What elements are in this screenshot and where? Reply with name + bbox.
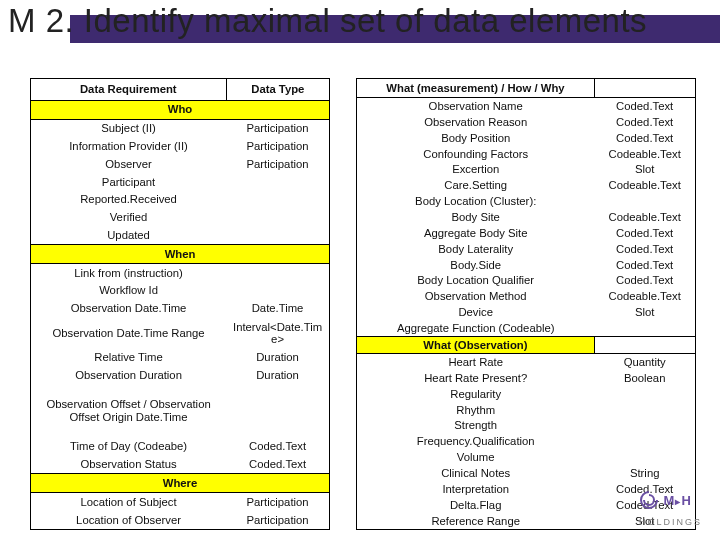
cell: Interval<Date.Tim e> — [226, 317, 329, 348]
cell: Location of Observer — [31, 511, 227, 530]
cell: Body Laterality — [357, 241, 595, 257]
cell: Location of Subject — [31, 493, 227, 511]
cell: Observation Reason — [357, 114, 595, 130]
section-where: Where — [31, 474, 330, 493]
cell: Volume — [357, 449, 595, 465]
cell — [594, 386, 695, 402]
title-bar: M 2. Identify maximal set of data elemen… — [0, 0, 720, 54]
cell: Care.Setting — [357, 178, 595, 194]
cell — [226, 191, 329, 209]
logo-swirl-icon — [639, 490, 659, 513]
cell: Relative Time — [31, 349, 227, 367]
slide-title: M 2. Identify maximal set of data elemen… — [8, 2, 647, 40]
cell: Codeable.Text — [594, 289, 695, 305]
cell — [594, 402, 695, 418]
cell: Clinical Notes — [357, 465, 595, 481]
cell: Observation Duration — [31, 367, 227, 385]
logo-letter-m: M — [664, 493, 676, 508]
cell: Date.Time — [226, 300, 329, 318]
cell: Observation Date.Time Range — [31, 317, 227, 348]
cell: Codeable.Text — [594, 146, 695, 162]
cell: Aggregate Body Site — [357, 225, 595, 241]
left-table: Data Requirement Data Type Who Subject (… — [30, 78, 330, 530]
cell: Observation Status — [31, 455, 227, 473]
cell: Strength — [357, 418, 595, 434]
cell: Codeable.Text — [594, 209, 695, 225]
cell — [594, 320, 695, 336]
cell: Duration — [226, 367, 329, 385]
cell: Interpretation — [357, 481, 595, 497]
cell: Workflow Id — [31, 282, 227, 300]
cell: Heart Rate — [357, 354, 595, 370]
cell: Body Location (Cluster): — [357, 193, 595, 209]
cell — [226, 282, 329, 300]
right-table: What (measurement) / How / Why Observati… — [356, 78, 696, 530]
cell — [594, 337, 695, 354]
section-who: Who — [31, 100, 330, 119]
cell: Link from (instruction) — [31, 263, 227, 281]
cell — [226, 384, 329, 437]
cell: Coded.Text — [594, 241, 695, 257]
cell: Coded.Text — [594, 130, 695, 146]
cell — [226, 226, 329, 244]
cell: Coded.Text — [594, 273, 695, 289]
cell: Rhythm — [357, 402, 595, 418]
cell: Subject (II) — [31, 119, 227, 137]
cell: Body Site — [357, 209, 595, 225]
cell: Reference Range — [357, 513, 595, 530]
cell: Participation — [226, 119, 329, 137]
cell — [226, 173, 329, 191]
cell: Observation Method — [357, 289, 595, 305]
cell: Coded.Text — [594, 225, 695, 241]
cell: Device — [357, 304, 595, 320]
cell — [594, 193, 695, 209]
left-table-header-row: Data Requirement Data Type — [31, 79, 330, 101]
cell: Aggregate Function (Codeable) — [357, 320, 595, 336]
cell: Participant — [31, 173, 227, 191]
cell: Participation — [226, 511, 329, 530]
brand-logo: M▸H HOLDINGS — [639, 490, 702, 528]
logo-subtext: HOLDINGS — [639, 517, 702, 527]
col-header: Data Type — [226, 79, 329, 101]
cell: Duration — [226, 349, 329, 367]
col-header: Data Requirement — [31, 79, 227, 101]
cell: Codeable.Text — [594, 178, 695, 194]
cell: Slot — [594, 162, 695, 178]
cell: Confounding Factors — [357, 146, 595, 162]
cell — [594, 434, 695, 450]
cell: Delta.Flag — [357, 497, 595, 513]
cell: Regularity — [357, 386, 595, 402]
cell: Coded.Text — [226, 437, 329, 455]
cell — [594, 449, 695, 465]
cell: Reported.Received — [31, 191, 227, 209]
cell: Time of Day (Codeabe) — [31, 437, 227, 455]
cell: Coded.Text — [226, 455, 329, 473]
cell: Observer — [31, 155, 227, 173]
cell: Verified — [31, 208, 227, 226]
cell: Coded.Text — [594, 98, 695, 114]
cell: Body Position — [357, 130, 595, 146]
cell: Coded.Text — [594, 257, 695, 273]
cell — [226, 208, 329, 226]
content-area: Data Requirement Data Type Who Subject (… — [30, 78, 710, 530]
cell: Participation — [226, 493, 329, 511]
logo-letter-h: H — [681, 493, 691, 508]
cell: Slot — [594, 304, 695, 320]
cell: Updated — [31, 226, 227, 244]
cell: Observation Date.Time — [31, 300, 227, 318]
cell: Observation Name — [357, 98, 595, 114]
cell: Body Location Qualifier — [357, 273, 595, 289]
section-when: When — [31, 244, 330, 263]
cell: Information Provider (II) — [31, 137, 227, 155]
cell: Coded.Text — [594, 114, 695, 130]
cell: Heart Rate Present? — [357, 370, 595, 386]
cell: Boolean — [594, 370, 695, 386]
section-what-observation: What (Observation) — [357, 337, 595, 354]
cell: Excertion — [357, 162, 595, 178]
cell: Participation — [226, 137, 329, 155]
col-header: What (measurement) / How / Why — [357, 79, 595, 98]
cell: Participation — [226, 155, 329, 173]
cell: Body.Side — [357, 257, 595, 273]
cell: Quantity — [594, 354, 695, 370]
cell: Observation Offset / Observation Offset … — [31, 384, 227, 437]
